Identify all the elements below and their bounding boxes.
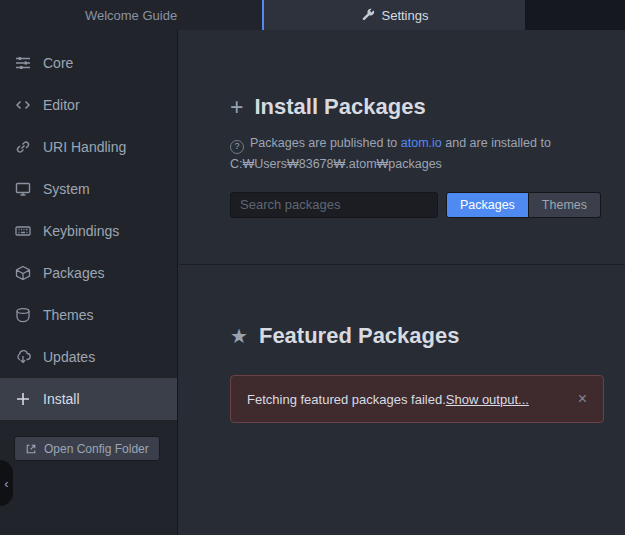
plus-icon: +	[230, 96, 243, 119]
open-config-folder-button[interactable]: Open Config Folder	[14, 436, 160, 461]
tab-settings-label: Settings	[382, 8, 429, 23]
featured-packages-section: ★ Featured Packages Fetching featured pa…	[179, 264, 625, 423]
search-row: Packages Themes	[230, 192, 601, 218]
sidebar-item-editor[interactable]: Editor	[0, 84, 177, 126]
sidebar-item-packages[interactable]: Packages	[0, 252, 177, 294]
show-output-link[interactable]: Show output...	[446, 392, 529, 407]
sidebar-item-core[interactable]: Core	[0, 42, 177, 84]
sidebar-item-themes[interactable]: Themes	[0, 294, 177, 336]
sidebar-item-label: Updates	[43, 349, 95, 365]
link-icon	[15, 139, 31, 155]
featured-packages-title: ★ Featured Packages	[230, 323, 601, 349]
install-path: C:₩Users₩83678₩.atom₩packages	[230, 157, 442, 171]
package-theme-toggle: Packages Themes	[446, 192, 601, 218]
description-text-2: and are installed to	[442, 136, 551, 150]
cloud-download-icon	[15, 349, 31, 365]
install-packages-title: + Install Packages	[230, 94, 601, 120]
packages-filter-button[interactable]: Packages	[446, 192, 529, 218]
open-config-folder-label: Open Config Folder	[44, 442, 149, 456]
install-description: ?Packages are published to atom.io and a…	[230, 133, 601, 176]
help-glyph: ?	[234, 139, 239, 154]
monitor-icon	[15, 181, 31, 197]
tab-welcome-guide-label: Welcome Guide	[85, 8, 177, 23]
sidebar-item-label: System	[43, 181, 90, 197]
sidebar-item-label: Editor	[43, 97, 80, 113]
sidebar-item-label: Install	[43, 391, 80, 407]
settings-sidebar: Core Editor URI Handling System	[0, 30, 178, 535]
chevron-left-icon: ‹	[4, 476, 8, 491]
tab-bar: Welcome Guide Settings	[0, 0, 625, 30]
star-icon: ★	[230, 326, 248, 346]
fetch-error-message: Fetching featured packages failed.	[247, 392, 446, 407]
install-packages-section: + Install Packages ?Packages are publish…	[179, 30, 625, 264]
code-icon	[15, 97, 31, 113]
sidebar-item-label: URI Handling	[43, 139, 126, 155]
sidebar-item-label: Themes	[43, 307, 94, 323]
themes-filter-button[interactable]: Themes	[529, 192, 601, 218]
atom-io-link[interactable]: atom.io	[401, 136, 442, 150]
sidebar-item-label: Keybindings	[43, 223, 119, 239]
settings-nav: Core Editor URI Handling System	[0, 30, 177, 420]
sidebar-item-keybindings[interactable]: Keybindings	[0, 210, 177, 252]
plus-icon	[15, 391, 31, 407]
tools-icon	[361, 8, 375, 22]
paintcan-icon	[15, 307, 31, 323]
fetch-error-banner: Fetching featured packages failed. Show …	[230, 375, 604, 423]
tab-welcome-guide[interactable]: Welcome Guide	[0, 0, 262, 30]
search-packages-input[interactable]	[230, 192, 438, 218]
sidebar-item-label: Core	[43, 55, 73, 71]
sidebar-item-updates[interactable]: Updates	[0, 336, 177, 378]
package-icon	[15, 265, 31, 281]
settings-sliders-icon	[15, 55, 31, 71]
close-icon[interactable]: ×	[578, 391, 587, 407]
sidebar-item-label: Packages	[43, 265, 104, 281]
pane-collapse-handle[interactable]: ‹	[0, 460, 13, 506]
link-external-icon	[25, 443, 37, 455]
tab-settings[interactable]: Settings	[262, 0, 525, 30]
install-packages-title-text: Install Packages	[254, 94, 425, 120]
settings-main-panel: + Install Packages ?Packages are publish…	[179, 30, 625, 535]
sidebar-item-uri-handling[interactable]: URI Handling	[0, 126, 177, 168]
keyboard-icon	[15, 223, 31, 239]
help-icon: ?	[230, 140, 244, 154]
sidebar-item-install[interactable]: Install	[0, 378, 177, 420]
atom-settings-window: Welcome Guide Settings Core	[0, 0, 625, 535]
featured-packages-title-text: Featured Packages	[259, 323, 460, 349]
description-text-1: Packages are published to	[250, 136, 401, 150]
sidebar-item-system[interactable]: System	[0, 168, 177, 210]
